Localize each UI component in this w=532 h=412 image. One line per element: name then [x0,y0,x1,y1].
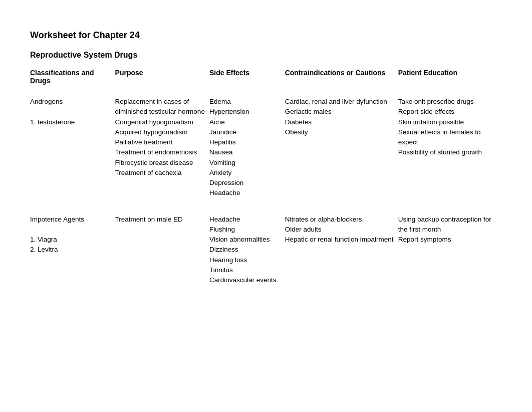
table-row: Impotence Agents 1. Viagra 2. LevitraTre… [30,207,502,294]
table-header-row: Classifications and Drugs Purpose Side E… [30,67,502,89]
cell-classification-0: Androgens 1. testosterone [30,89,115,207]
cell-contraindications-0: Cardiac, renal and liver dyfunction Geri… [285,89,398,207]
header-contraindications: Contraindications or Cautions [285,67,398,89]
cell-patient_education-0: Take onlt prescribe drugs Report side ef… [398,89,502,207]
header-purpose: Purpose [115,67,209,89]
table-row: Androgens 1. testosteroneReplacement in … [30,89,502,207]
header-classifications: Classifications and Drugs [30,67,115,89]
cell-classification-1: Impotence Agents 1. Viagra 2. Levitra [30,207,115,294]
section-title: Reproductive System Drugs [30,51,502,60]
cell-purpose-0: Replacement in cases of diminished testi… [115,89,209,207]
cell-contraindications-1: Nitrates or alpha-blockers Older adults … [285,207,398,294]
cell-side_effects-0: Edema Hypertension Acne Jaundice Hepatit… [209,89,285,207]
cell-purpose-1: Treatment on male ED [115,207,209,294]
header-patient-education: Patient Education [398,67,502,89]
cell-side_effects-1: Headache Flushing Vision abnormalities D… [209,207,285,294]
page-title: Worksheet for Chapter 24 [30,30,502,41]
cell-patient_education-1: Using backup contraception for the first… [398,207,502,294]
header-side-effects: Side Effects [209,67,285,89]
worksheet-table: Classifications and Drugs Purpose Side E… [30,67,502,293]
page-container: Worksheet for Chapter 24 Reproductive Sy… [0,0,532,313]
